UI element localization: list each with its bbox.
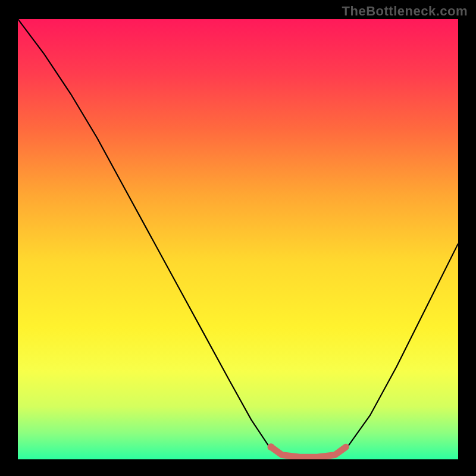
bottleneck-chart (0, 0, 476, 476)
chart-background (18, 19, 458, 459)
highlight-start-dot (268, 443, 275, 450)
